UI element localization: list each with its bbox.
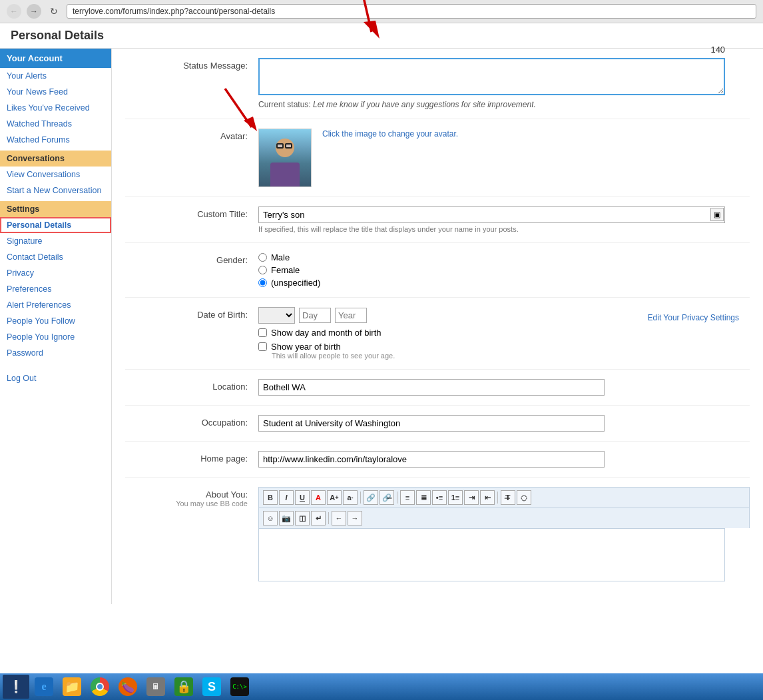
about-field: B I U A A+ a- 🔗 🔗̶ ≡ ≣ •≡ 1≡ ⇥ ⇤ [258, 487, 750, 581]
avatar-glasses-right [285, 143, 292, 149]
location-label: Location: [125, 379, 258, 392]
toolbar-link[interactable]: 🔗 [364, 490, 378, 505]
toolbar-size-down[interactable]: a- [343, 490, 358, 505]
dob-month-select[interactable]: JanFebMar AprMayJun JulAugSep OctNovDec [258, 307, 295, 324]
sidebar-item-log-out[interactable]: Log Out [0, 370, 111, 386]
edit-privacy-settings-link[interactable]: Edit Your Privacy Settings [648, 313, 739, 322]
current-status-display: Current status: Let me know if you have … [258, 100, 750, 109]
avatar-image[interactable] [258, 129, 312, 187]
status-message-row: Status Message: 140 Current status: Let … [125, 49, 750, 119]
homepage-field [258, 451, 750, 468]
show-year-help: This will allow people to see your age. [272, 352, 617, 360]
sidebar-item-personal-details[interactable]: Personal Details [0, 217, 111, 233]
sidebar-item-preferences[interactable]: Preferences [0, 281, 111, 297]
occupation-field [258, 415, 750, 432]
sidebar-item-likes-youve-received[interactable]: Likes You've Received [0, 100, 111, 116]
toolbar-redo[interactable]: → [348, 511, 362, 525]
status-message-input[interactable] [258, 58, 725, 95]
about-editor-area[interactable] [258, 528, 725, 581]
sidebar-item-start-new-conversation[interactable]: Start a New Conversation [0, 182, 111, 198]
refresh-button[interactable]: ↻ [47, 4, 61, 19]
sidebar-item-watched-threads[interactable]: Watched Threads [0, 116, 111, 132]
toolbar-outdent[interactable]: ⇤ [480, 490, 495, 505]
toolbar-list-unordered[interactable]: •≡ [432, 490, 447, 505]
toolbar-size-up[interactable]: A+ [327, 490, 342, 505]
show-day-month-checkbox[interactable] [258, 328, 267, 337]
sidebar-item-password[interactable]: Password [0, 345, 111, 361]
show-day-month-checkbox-row[interactable]: Show day and month of birth [258, 328, 617, 338]
gender-option-unspecified[interactable]: (unspecified) [258, 278, 750, 288]
gender-label-male: Male [271, 252, 290, 262]
homepage-input[interactable] [258, 451, 605, 468]
sidebar-item-signature[interactable]: Signature [0, 233, 111, 249]
custom-title-help: If specified, this will replace the titl… [258, 225, 750, 233]
custom-title-input[interactable] [258, 206, 725, 223]
sidebar-item-alert-preferences[interactable]: Alert Preferences [0, 297, 111, 313]
toolbar-special-chars[interactable]: ↵ [311, 511, 326, 525]
toolbar-emoji[interactable]: ☺ [263, 511, 278, 525]
avatar-row: Avatar: Click the i [125, 119, 750, 197]
toolbar-italic[interactable]: I [279, 490, 294, 505]
occupation-row: Occupation: [125, 406, 750, 442]
gender-radio-male[interactable] [258, 253, 267, 262]
toolbar-align-left[interactable]: ≡ [400, 490, 415, 505]
custom-title-field: ▣ If specified, this will replace the ti… [258, 206, 750, 233]
show-year-checkbox-row[interactable]: Show year of birth [258, 342, 617, 352]
dob-inputs: JanFebMar AprMayJun JulAugSep OctNovDec [258, 307, 617, 324]
gender-radio-unspecified[interactable] [258, 278, 267, 287]
toolbar-list-ordered[interactable]: 1≡ [448, 490, 463, 505]
status-message-label: Status Message: [125, 58, 258, 71]
show-year-checkbox[interactable] [258, 342, 267, 351]
forward-button[interactable]: → [27, 4, 41, 19]
sidebar-item-watched-forums[interactable]: Watched Forums [0, 132, 111, 148]
avatar-body [270, 163, 300, 186]
toolbar-sep4 [328, 512, 329, 524]
sidebar-item-privacy[interactable]: Privacy [0, 265, 111, 281]
dob-row: Date of Birth: JanFebMar AprMayJun JulAu… [125, 298, 750, 370]
custom-title-icon-btn[interactable]: ▣ [710, 208, 724, 221]
toolbar-media[interactable]: ◫ [295, 511, 310, 525]
toolbar-clear-formatting[interactable]: T̶ [501, 490, 515, 505]
dob-day-input[interactable] [299, 308, 331, 323]
custom-title-label: Custom Title: [125, 206, 258, 219]
url-bar[interactable] [67, 4, 756, 19]
avatar-click-text: Click the image to change your avatar. [322, 129, 458, 139]
toolbar-image[interactable]: 📷 [279, 511, 294, 525]
gender-radio-female[interactable] [258, 266, 267, 274]
char-count: 140 [710, 45, 725, 55]
toolbar-sep2 [397, 492, 397, 504]
occupation-label: Occupation: [125, 415, 258, 428]
toolbar-source[interactable]: ◌ [517, 490, 531, 505]
gender-option-female[interactable]: Female [258, 265, 750, 275]
toolbar-indent[interactable]: ⇥ [464, 490, 479, 505]
dob-label: Date of Birth: [125, 307, 258, 320]
back-button[interactable]: ← [7, 4, 21, 19]
editor-toolbar-row1: B I U A A+ a- 🔗 🔗̶ ≡ ≣ •≡ 1≡ ⇥ ⇤ [258, 487, 750, 508]
toolbar-undo[interactable]: ← [332, 511, 346, 525]
sidebar-item-your-alerts[interactable]: Your Alerts [0, 68, 111, 84]
about-label-area: About You: You may use BB code [125, 487, 258, 508]
about-row: About You: You may use BB code B I U A A… [125, 478, 750, 591]
gender-option-male[interactable]: Male [258, 252, 750, 262]
toolbar-color[interactable]: A [311, 490, 326, 505]
occupation-input[interactable] [258, 415, 605, 432]
sidebar-item-your-news-feed[interactable]: Your News Feed [0, 84, 111, 100]
toolbar-bold[interactable]: B [263, 490, 278, 505]
custom-title-input-wrapper: ▣ [258, 206, 725, 223]
sidebar-item-people-you-follow[interactable]: People You Follow [0, 313, 111, 329]
toolbar-align-center[interactable]: ≣ [416, 490, 431, 505]
dob-year-input[interactable] [335, 308, 367, 323]
toolbar-underline[interactable]: U [295, 490, 310, 505]
sidebar-item-people-you-ignore[interactable]: People You Ignore [0, 329, 111, 345]
location-input[interactable] [258, 379, 605, 396]
gender-label-female: Female [271, 265, 300, 275]
sidebar-item-view-conversations[interactable]: View Conversations [0, 167, 111, 182]
about-help: You may use BB code [125, 500, 248, 508]
sidebar-item-contact-details[interactable]: Contact Details [0, 249, 111, 265]
sidebar: Your Account Your Alerts Your News Feed … [0, 49, 112, 604]
avatar-label: Avatar: [125, 129, 258, 141]
toolbar-unlink[interactable]: 🔗̶ [380, 490, 394, 505]
avatar-click-hint: Click the image to change your avatar. [322, 129, 458, 139]
avatar-glasses-left [276, 143, 284, 149]
toolbar-sep1 [360, 492, 361, 504]
